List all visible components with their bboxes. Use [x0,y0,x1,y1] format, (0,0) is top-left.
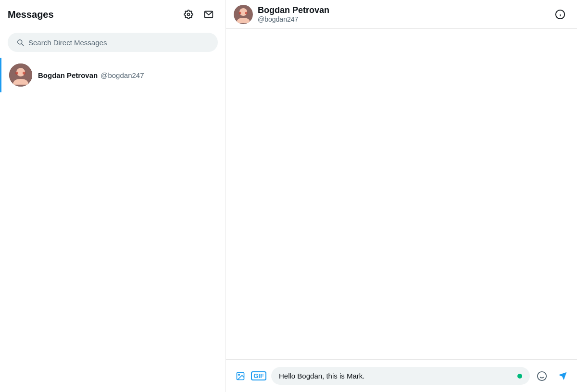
messages-title: Messages [8,9,54,20]
emoji-icon [537,371,547,381]
svg-point-8 [245,12,248,14]
message-input-wrapper[interactable]: Hello Bogdan, this is Mark. [271,367,530,385]
gif-label: GIF [251,371,266,380]
right-panel: Bogdan Petrovan @bogdan247 [226,0,577,392]
right-header-name: Bogdan Petrovan [258,5,329,15]
online-indicator [517,374,522,379]
conversation-item[interactable]: Bogdan Petrovan @bogdan247 [0,58,226,92]
right-avatar-svg [234,5,253,24]
message-input-area: GIF Hello Bogdan, this is Mark. [226,359,577,392]
emoji-button[interactable] [534,368,550,384]
compose-icon [204,10,213,19]
chat-area [226,29,577,359]
message-input[interactable]: Hello Bogdan, this is Mark. [279,372,514,380]
info-button[interactable] [551,5,569,24]
search-input[interactable] [28,38,210,47]
send-icon [558,371,567,381]
svg-point-13 [238,374,240,375]
conversation-name: Bogdan Petrovan [38,71,98,79]
svg-point-4 [23,72,25,75]
image-button[interactable] [232,367,249,385]
left-panel: Messages [0,0,226,392]
svg-point-0 [188,13,190,16]
avatar-image [9,63,32,87]
avatar-svg [9,63,32,87]
conversation-handle: @bogdan247 [100,71,144,79]
conv-name-row: Bogdan Petrovan @bogdan247 [38,71,218,79]
conversation-info: Bogdan Petrovan @bogdan247 [38,71,218,79]
left-header: Messages [0,0,226,29]
right-header-handle: @bogdan247 [258,15,329,23]
compose-button[interactable] [200,5,218,24]
conversation-list: Bogdan Petrovan @bogdan247 [0,58,226,392]
settings-button[interactable] [179,5,198,24]
right-header-info: Bogdan Petrovan @bogdan247 [258,5,329,23]
input-toolbar: GIF [232,367,267,385]
right-header-user: Bogdan Petrovan @bogdan247 [234,5,329,24]
svg-point-14 [538,371,546,380]
info-icon [555,9,565,20]
avatar [9,63,32,87]
right-header: Bogdan Petrovan @bogdan247 [226,0,577,29]
image-icon [236,371,245,381]
send-button[interactable] [554,367,571,385]
gif-button[interactable]: GIF [250,367,267,385]
search-icon [16,38,25,47]
search-bar[interactable] [8,33,218,52]
gear-icon [184,10,193,19]
header-icons [179,5,218,24]
search-container [0,29,226,58]
svg-point-7 [239,12,241,14]
right-header-avatar [234,5,253,24]
svg-point-3 [15,72,18,75]
